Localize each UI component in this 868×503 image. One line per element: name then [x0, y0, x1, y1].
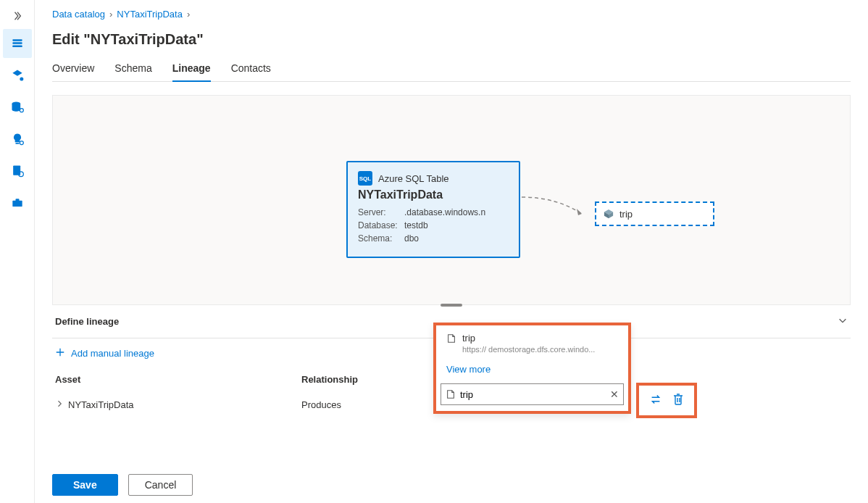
nav-policy-icon[interactable] [3, 157, 32, 186]
database-label: Database: [358, 220, 404, 230]
asset-search-box[interactable]: ✕ [441, 383, 624, 405]
svg-rect-11 [12, 201, 22, 207]
footer-actions: Save Cancel [52, 464, 851, 496]
suggestion-title: trip [462, 333, 475, 344]
breadcrumb-current[interactable]: NYTaxiTripData [117, 9, 183, 20]
chevron-right-icon: › [187, 9, 190, 20]
resize-handle[interactable] [441, 304, 462, 307]
asset-search-input[interactable] [460, 389, 606, 400]
file-icon [446, 333, 456, 344]
nav-source-icon[interactable] [3, 61, 32, 90]
asset-search-popup: trip https:// demostorage.dfs.core.windo… [433, 323, 631, 414]
lineage-canvas[interactable]: SQL Azure SQL Table NYTaxiTripData Serve… [52, 95, 851, 305]
breadcrumb-root[interactable]: Data catalog [52, 9, 105, 20]
nav-database-icon[interactable] [3, 93, 32, 122]
suggestion-subtitle: https:// demostorage.dfs.core.windo... [462, 345, 618, 354]
plus-icon [55, 347, 65, 359]
view-more-link[interactable]: View more [436, 358, 628, 381]
schema-label: Schema: [358, 233, 404, 244]
save-button[interactable]: Save [52, 474, 118, 496]
lineage-arrow [520, 194, 593, 223]
nav-management-icon[interactable] [3, 188, 32, 217]
expand-row-icon[interactable] [55, 399, 64, 410]
svg-rect-12 [15, 199, 19, 201]
cube-icon [604, 209, 614, 219]
header-asset: Asset [55, 374, 301, 385]
svg-marker-13 [577, 209, 582, 215]
chevron-right-icon: › [109, 9, 112, 20]
expand-rail-button[interactable] [3, 6, 32, 26]
svg-rect-1 [12, 42, 22, 44]
svg-rect-7 [15, 143, 19, 144]
nav-insights-icon[interactable] [3, 125, 32, 154]
swap-icon[interactable] [649, 393, 662, 408]
server-label: Server: [358, 207, 404, 217]
sql-icon: SQL [358, 171, 372, 186]
database-value: testdb [404, 220, 509, 230]
tab-contacts[interactable]: Contacts [231, 62, 271, 81]
delete-icon[interactable] [672, 393, 684, 408]
breadcrumb: Data catalog › NYTaxiTripData › [52, 9, 851, 20]
page-title: Edit "NYTaxiTripData" [52, 31, 851, 48]
svg-marker-3 [12, 70, 22, 76]
lineage-target-node[interactable]: trip [595, 201, 714, 226]
svg-point-8 [20, 141, 23, 145]
svg-rect-0 [12, 39, 22, 41]
row-asset-name: NYTaxiTripData [68, 399, 134, 410]
add-lineage-label: Add manual lineage [71, 348, 154, 359]
tab-schema[interactable]: Schema [114, 62, 151, 81]
node-name: NYTaxiTripData [358, 188, 509, 201]
define-lineage-title: Define lineage [55, 316, 119, 327]
cancel-button[interactable]: Cancel [128, 474, 193, 496]
server-value: .database.windows.n [404, 207, 509, 217]
left-nav-rail [0, 0, 35, 503]
search-suggestion[interactable]: trip https:// demostorage.dfs.core.windo… [436, 328, 628, 358]
lineage-source-node[interactable]: SQL Azure SQL Table NYTaxiTripData Serve… [346, 161, 520, 258]
schema-value: dbo [404, 233, 509, 244]
svg-point-6 [20, 109, 23, 112]
target-node-label: trip [619, 209, 633, 220]
svg-rect-9 [13, 166, 20, 175]
chevron-down-icon[interactable] [838, 315, 848, 328]
main-content: Data catalog › NYTaxiTripData › Edit "NY… [35, 0, 868, 503]
svg-point-4 [20, 78, 23, 81]
svg-rect-2 [12, 46, 22, 48]
clear-icon[interactable]: ✕ [610, 388, 619, 400]
nav-catalog-icon[interactable] [3, 29, 32, 58]
tab-bar: Overview Schema Lineage Contacts [52, 62, 851, 82]
tab-lineage[interactable]: Lineage [172, 62, 211, 81]
file-icon [446, 389, 456, 399]
row-action-icons [636, 383, 697, 418]
node-type-label: Azure SQL Table [378, 173, 449, 184]
tab-overview[interactable]: Overview [52, 62, 94, 81]
